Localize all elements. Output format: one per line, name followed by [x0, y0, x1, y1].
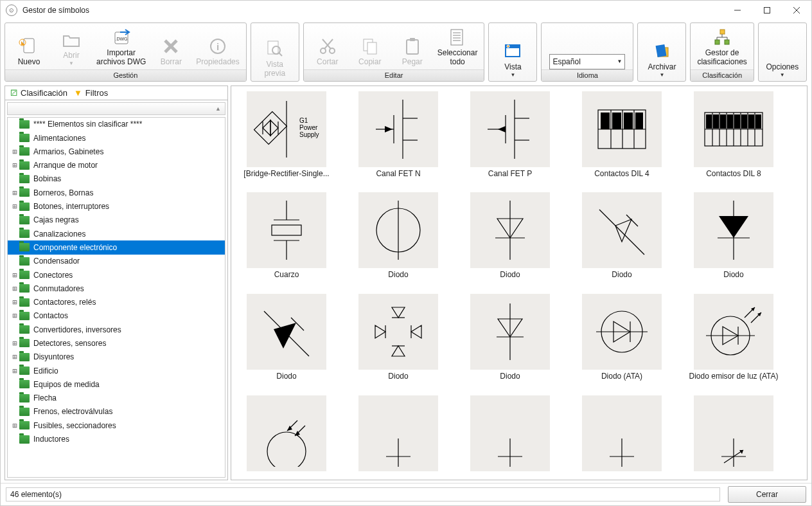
tree-expander[interactable]: ⊞ — [10, 352, 19, 361]
close-button[interactable] — [782, 1, 811, 20]
tree-item[interactable]: ⊞Detectores, sensores — [8, 336, 225, 350]
symbol-item[interactable] — [685, 395, 782, 474]
ribbon-gestor-clas-button[interactable]: Gestor declasificaciones — [693, 24, 750, 69]
tree-expander[interactable]: ⊞ — [10, 339, 19, 348]
ribbon-nuevo-button[interactable]: Nuevo — [8, 33, 50, 69]
tree-item[interactable]: ·Frenos, electroválvulas — [8, 405, 225, 419]
tree-item[interactable]: ⊞Fusibles, seccionadores — [8, 419, 225, 432]
symbol-item[interactable]: Cuarzo — [238, 192, 335, 280]
tree-item[interactable]: ·Flecha — [8, 392, 225, 405]
ribbon-vista-button[interactable]: Vista▼ — [491, 39, 534, 81]
symbol-item[interactable]: Diodo — [685, 192, 782, 280]
tree-item[interactable]: ·Canalizaciones — [8, 227, 225, 240]
symbol-item[interactable]: G1PowerSupply[Bridge-Rectifier-Single... — [238, 91, 335, 179]
symbol-item[interactable]: Diodo — [461, 294, 559, 381]
svg-marker-106 — [274, 323, 296, 348]
tab-filters[interactable]: ▼ Filtros — [74, 88, 108, 98]
tree-expander[interactable]: ⊞ — [10, 298, 19, 307]
symbol-item[interactable]: Diodo — [238, 294, 335, 381]
symbol-item[interactable] — [461, 395, 559, 474]
svg-rect-34 — [656, 44, 667, 57]
symbol-thumbnail — [358, 294, 438, 370]
tree-expander[interactable]: ⊞ — [10, 284, 19, 293]
tree-item[interactable]: ·Bobinas — [8, 172, 225, 186]
language-combo[interactable]: Español▼ — [549, 54, 625, 69]
tree-item-label: Edificio — [33, 366, 58, 375]
folder-icon — [19, 366, 30, 375]
tree-item[interactable]: ⊞Edificio — [8, 364, 225, 377]
tree-item[interactable]: ⊞Contactos — [8, 309, 225, 323]
tree-item[interactable]: ·**** Elementos sin clasificar **** — [8, 118, 225, 131]
folder-icon — [19, 394, 30, 402]
tree-expander[interactable]: ⊞ — [10, 147, 19, 156]
ribbon-button-label: Abrir — [63, 51, 79, 60]
tree-item[interactable]: ⊞Armarios, Gabinetes — [8, 145, 225, 158]
tree-item[interactable]: ⊞Borneros, Bornas — [8, 186, 225, 199]
folder-icon — [19, 188, 30, 197]
tree-item[interactable]: ·Alimentaciones — [8, 131, 225, 145]
symbol-item[interactable]: Contactos DIL 8 — [685, 91, 782, 179]
symbol-item[interactable]: Diodo (ATA) — [573, 294, 671, 381]
symbol-item[interactable]: Contactos DIL 4 — [573, 91, 671, 179]
symbol-item[interactable] — [238, 395, 335, 474]
symbol-item[interactable] — [349, 395, 447, 474]
symbol-item[interactable]: Diodo — [349, 192, 447, 280]
ribbon-opciones-button[interactable]: Opciones▼ — [761, 39, 804, 81]
tree-item[interactable]: ·Condensador — [8, 255, 225, 268]
tree-item[interactable]: ⊞Conmutadores — [8, 282, 225, 295]
symbol-item[interactable]: Diodo — [461, 192, 559, 280]
tree-item[interactable]: ⊞Contactores, relés — [8, 295, 225, 309]
symbol-label: [Bridge-Rectifier-Single... — [243, 170, 329, 179]
minimize-button[interactable] — [723, 1, 752, 20]
tree-expander[interactable]: ⊞ — [10, 202, 19, 211]
svg-rect-91 — [272, 225, 301, 235]
close-dialog-button[interactable]: Cerrar — [728, 486, 806, 503]
symbol-item[interactable]: Canal FET N — [349, 91, 447, 179]
symbol-item[interactable]: Diodo — [349, 294, 447, 381]
svg-rect-66 — [624, 113, 633, 129]
tree-item-label: Condensador — [33, 257, 80, 266]
tree-expander[interactable]: ⊞ — [10, 366, 19, 375]
tree-item[interactable]: ·Componente electrónico — [8, 240, 225, 254]
tree-item[interactable]: ⊞Conectores — [8, 268, 225, 282]
tree-item-label: Botones, interruptores — [33, 202, 109, 211]
tree-item-label: Contactos — [33, 311, 68, 320]
tab-filters-label: Filtros — [85, 88, 108, 98]
ribbon-button-label: Nuevo — [18, 58, 40, 67]
symbol-label: Diodo (ATA) — [601, 372, 642, 381]
tree-header[interactable]: ▲ — [7, 102, 225, 115]
symbol-item[interactable]: Diodo — [573, 192, 671, 280]
tree-expander[interactable]: ⊞ — [10, 311, 19, 320]
tree-expander[interactable]: ⊞ — [10, 421, 19, 430]
window-title: Gestor de símbolos — [22, 6, 89, 15]
tree-item[interactable]: ⊞Botones, interruptores — [8, 199, 225, 213]
symbols-scroll[interactable]: G1PowerSupply[Bridge-Rectifier-Single...… — [231, 86, 807, 480]
tree-item[interactable]: ⊞Arranque de motor — [8, 158, 225, 172]
symbol-item[interactable]: Canal FET P — [461, 91, 559, 179]
tree-item[interactable]: ·Cajas negras — [8, 213, 225, 227]
tree-item[interactable]: ·Inductores — [8, 432, 225, 446]
ribbon-archivar-button[interactable]: Archivar▼ — [640, 39, 683, 81]
tree-scroll[interactable]: ·**** Elementos sin clasificar ****·Alim… — [8, 118, 225, 477]
tree-item-label: Conectores — [33, 271, 73, 280]
svg-rect-65 — [612, 113, 621, 129]
tree-expander[interactable]: ⊞ — [10, 161, 19, 170]
symbol-label: Diodo — [388, 271, 408, 280]
tree-item[interactable]: ⊞Disyuntores — [8, 350, 225, 364]
tab-classification-label: Clasificación — [21, 88, 67, 98]
svg-marker-108 — [392, 307, 405, 318]
maximize-button[interactable] — [752, 1, 782, 20]
symbol-item[interactable]: Diodo emisor de luz (ATA) — [685, 294, 782, 381]
folder-icon — [19, 353, 30, 361]
tree-item[interactable]: ·Convertidores, inversores — [8, 323, 225, 336]
symbol-thumbnail — [358, 192, 438, 268]
tree-expander[interactable]: ⊞ — [10, 271, 19, 280]
tree: ·**** Elementos sin clasificar ****·Alim… — [7, 117, 225, 478]
ribbon-selall-button[interactable]: Seleccionartodo — [434, 24, 482, 69]
archive-icon — [651, 41, 672, 62]
symbol-item[interactable] — [573, 395, 671, 474]
tree-expander[interactable]: ⊞ — [10, 188, 19, 197]
ribbon-importar-button[interactable]: .DWGImportararchivos DWG — [93, 24, 150, 69]
tab-classification[interactable]: ⚂ Clasificación — [10, 88, 67, 98]
tree-item[interactable]: ·Equipos de medida — [8, 377, 225, 391]
